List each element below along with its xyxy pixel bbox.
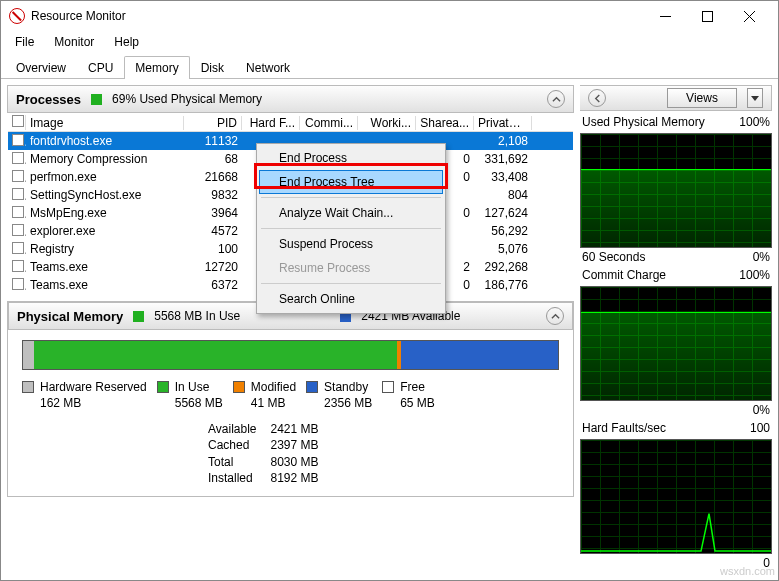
- menu-file[interactable]: File: [7, 33, 42, 51]
- col-private[interactable]: Private ...: [474, 116, 532, 130]
- in-use-swatch: [133, 311, 144, 322]
- menu-monitor[interactable]: Monitor: [46, 33, 102, 51]
- minimize-button[interactable]: [644, 2, 686, 30]
- cell-pid: 68: [184, 152, 242, 166]
- col-image[interactable]: Image: [26, 116, 184, 130]
- cell-pid: 21668: [184, 170, 242, 184]
- ctx-resume-process: Resume Process: [259, 256, 443, 280]
- col-commit[interactable]: Commi...: [300, 116, 358, 130]
- row-checkbox[interactable]: [12, 242, 24, 254]
- tab-disk[interactable]: Disk: [190, 56, 235, 79]
- graph-max: 100: [750, 421, 770, 435]
- meter-swatch: [91, 94, 102, 105]
- legend-swatch: [22, 381, 34, 393]
- ctx-analyze-wait-chain[interactable]: Analyze Wait Chain...: [259, 201, 443, 225]
- maximize-button[interactable]: [686, 2, 728, 30]
- cell-image: perfmon.exe: [26, 170, 184, 184]
- cell-image: SettingSyncHost.exe: [26, 188, 184, 202]
- col-hardfaults[interactable]: Hard F...: [242, 116, 300, 130]
- cell-private: 331,692: [474, 152, 532, 166]
- row-checkbox[interactable]: [12, 152, 24, 164]
- stat-value: 2397 MB: [270, 437, 318, 453]
- cell-image: MsMpEng.exe: [26, 206, 184, 220]
- title-bar: Resource Monitor: [1, 1, 778, 31]
- views-dropdown[interactable]: [747, 88, 763, 108]
- cell-image: Teams.exe: [26, 278, 184, 292]
- graph-title: Used Physical Memory: [582, 115, 705, 129]
- cell-pid: 4572: [184, 224, 242, 238]
- col-pid[interactable]: PID: [184, 116, 242, 130]
- legend-item: Standby2356 MB: [306, 380, 372, 411]
- tab-cpu[interactable]: CPU: [77, 56, 124, 79]
- cell-pid: 12720: [184, 260, 242, 274]
- stat-value: 8030 MB: [270, 454, 318, 470]
- legend-name: Standby: [324, 380, 372, 396]
- ctx-search-online[interactable]: Search Online: [259, 287, 443, 311]
- tab-bar: Overview CPU Memory Disk Network: [1, 53, 778, 79]
- app-icon: [9, 8, 25, 24]
- views-button[interactable]: Views: [667, 88, 737, 108]
- collapse-icon[interactable]: [546, 307, 564, 325]
- row-checkbox[interactable]: [12, 260, 24, 272]
- menu-help[interactable]: Help: [106, 33, 147, 51]
- svg-rect-1: [702, 11, 712, 21]
- tab-network[interactable]: Network: [235, 56, 301, 79]
- stat-label: Total: [208, 454, 256, 470]
- cell-private: 292,268: [474, 260, 532, 274]
- physical-title: Physical Memory: [17, 309, 123, 324]
- cell-private: 186,776: [474, 278, 532, 292]
- cell-private: 127,624: [474, 206, 532, 220]
- cell-private: 804: [474, 188, 532, 202]
- legend-item: In Use5568 MB: [157, 380, 223, 411]
- stat-label: Cached: [208, 437, 256, 453]
- graph-footer-left: 60 Seconds: [582, 250, 645, 264]
- legend-name: Hardware Reserved: [40, 380, 147, 396]
- cell-private: 56,292: [474, 224, 532, 238]
- col-working[interactable]: Worki...: [358, 116, 416, 130]
- legend-swatch: [233, 381, 245, 393]
- legend-item: Hardware Reserved162 MB: [22, 380, 147, 411]
- graph-max: 100%: [739, 115, 770, 129]
- memory-bar: [22, 340, 559, 370]
- row-checkbox[interactable]: [12, 170, 24, 182]
- tab-memory[interactable]: Memory: [124, 56, 189, 79]
- graph: Hard Faults/sec1000: [580, 421, 772, 574]
- legend-value: 2356 MB: [324, 396, 372, 412]
- expand-icon[interactable]: [588, 89, 606, 107]
- ctx-suspend-process[interactable]: Suspend Process: [259, 232, 443, 256]
- cell-image: fontdrvhost.exe: [26, 134, 184, 148]
- ctx-end-process[interactable]: End Process: [259, 146, 443, 170]
- legend-name: Free: [400, 380, 435, 396]
- stat-label: Installed: [208, 470, 256, 486]
- tab-overview[interactable]: Overview: [5, 56, 77, 79]
- cell-private: 2,108: [474, 134, 532, 148]
- graph: Commit Charge100%0%: [580, 268, 772, 421]
- separator: [261, 283, 441, 284]
- meter-text: 69% Used Physical Memory: [112, 92, 262, 106]
- stat-label: Available: [208, 421, 256, 437]
- collapse-icon[interactable]: [547, 90, 565, 108]
- close-button[interactable]: [728, 2, 770, 30]
- stat-value: 8192 MB: [270, 470, 318, 486]
- separator: [261, 228, 441, 229]
- row-checkbox[interactable]: [12, 224, 24, 236]
- cell-pid: 9832: [184, 188, 242, 202]
- ctx-end-process-tree[interactable]: End Process Tree: [259, 170, 443, 194]
- legend-swatch: [382, 381, 394, 393]
- select-all-checkbox[interactable]: [12, 115, 24, 127]
- in-use-text: 5568 MB In Use: [154, 309, 240, 323]
- row-checkbox[interactable]: [12, 206, 24, 218]
- col-shareable[interactable]: Sharea...: [416, 116, 474, 130]
- window-title: Resource Monitor: [31, 9, 644, 23]
- row-checkbox[interactable]: [12, 278, 24, 290]
- cell-pid: 3964: [184, 206, 242, 220]
- memory-stats: AvailableCachedTotalInstalled 2421 MB239…: [8, 419, 573, 496]
- row-checkbox[interactable]: [12, 188, 24, 200]
- context-menu: End Process End Process Tree Analyze Wai…: [256, 143, 446, 314]
- cell-private: 33,408: [474, 170, 532, 184]
- cell-private: 5,076: [474, 242, 532, 256]
- memory-legend: Hardware Reserved162 MBIn Use5568 MBModi…: [8, 380, 573, 419]
- row-checkbox[interactable]: [12, 134, 24, 146]
- legend-swatch: [306, 381, 318, 393]
- processes-header[interactable]: Processes 69% Used Physical Memory: [7, 85, 574, 113]
